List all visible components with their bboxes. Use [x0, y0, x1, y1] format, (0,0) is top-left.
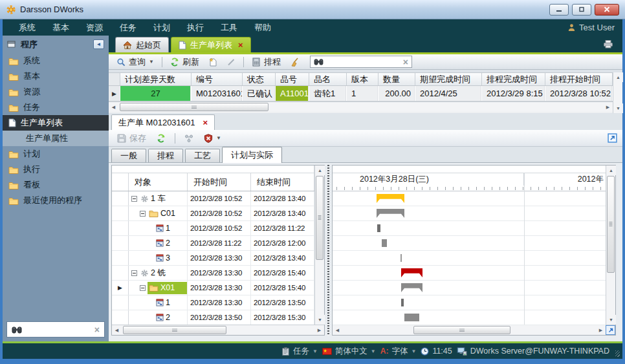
edit-button[interactable]: [223, 57, 239, 67]
gantt-bar-task[interactable]: [404, 314, 419, 321]
column-header-6[interactable]: 数量: [378, 73, 415, 85]
resize-grip[interactable]: [615, 350, 620, 357]
gantt-bar-task[interactable]: [400, 254, 402, 262]
new-button[interactable]: [205, 57, 221, 67]
printer-icon[interactable]: [603, 39, 613, 48]
tree-expander-icon[interactable]: [131, 196, 137, 202]
column-header-2[interactable]: 状态: [243, 73, 276, 85]
scroll-right-icon[interactable]: ▶: [596, 325, 606, 335]
plan-table-row[interactable]: 32012/3/28 13:302012/3/28 13:40: [112, 251, 314, 266]
sidebar-item-6[interactable]: 计划: [3, 146, 109, 162]
refresh-button[interactable]: 刷新: [167, 56, 203, 69]
gantt-bar-summary[interactable]: [401, 268, 422, 277]
gantt-row[interactable]: [333, 191, 606, 206]
gantt-popout-icon[interactable]: [606, 325, 615, 335]
plan-table-row[interactable]: 12012/3/28 13:302012/3/28 13:50: [112, 295, 314, 310]
tab-start-page[interactable]: 起始页: [115, 37, 169, 52]
popout-icon[interactable]: [608, 133, 617, 143]
column-header-8[interactable]: 排程完成时间: [482, 73, 545, 85]
column-header-0[interactable]: 计划差异天数: [120, 73, 192, 85]
sidebar-item-9[interactable]: 最近使用的程序: [3, 193, 109, 208]
menu-item-3[interactable]: 任务: [111, 22, 145, 34]
subtab-3[interactable]: 计划与实际: [222, 147, 282, 163]
plan-column-header-1[interactable]: 开始时间: [188, 173, 251, 191]
gantt-bar-task[interactable]: [377, 224, 380, 232]
scroll-left-icon[interactable]: ◀: [112, 325, 122, 335]
menu-item-4[interactable]: 计划: [145, 22, 179, 34]
plan-column-header-2[interactable]: 结束时间: [251, 173, 314, 191]
plan-table-row[interactable]: C012012/3/28 10:522012/3/28 13:40: [112, 206, 314, 221]
close-button[interactable]: [595, 4, 619, 16]
scroll-right-icon[interactable]: ▶: [314, 325, 324, 335]
sidebar-item-4[interactable]: 生产单列表: [3, 115, 109, 131]
subtab-1[interactable]: 排程: [148, 149, 183, 162]
scroll-up-icon[interactable]: ▲: [613, 72, 623, 82]
plan-table-row[interactable]: 12012/3/28 10:522012/3/28 11:22: [112, 221, 314, 236]
detail-refresh-button[interactable]: [153, 133, 169, 144]
gantt-bar-summary[interactable]: [377, 194, 404, 203]
sidebar-item-8[interactable]: 看板: [3, 177, 109, 193]
save-button[interactable]: 保存: [114, 132, 149, 145]
scroll-left-icon[interactable]: ◀: [109, 102, 118, 112]
plan-vscrollbar[interactable]: ▲ ▼: [314, 166, 324, 325]
gantt-bar-summary[interactable]: [377, 209, 404, 218]
menu-item-0[interactable]: 系统: [10, 22, 44, 34]
gantt-row[interactable]: [333, 266, 606, 281]
detail-tab-close-icon[interactable]: ×: [203, 118, 208, 127]
query-button[interactable]: 查询▼: [113, 56, 157, 69]
detail-tab[interactable]: 生产单 M012031601 ×: [111, 114, 215, 130]
column-header-7[interactable]: 期望完成时间: [415, 73, 482, 85]
menu-item-1[interactable]: 基本: [44, 22, 78, 34]
orders-grid-row[interactable]: ▶ 27 M012031601 已确认 A11001 齿轮1 1 200.00 …: [109, 86, 613, 102]
gantt-row[interactable]: [333, 295, 606, 310]
gantt-row[interactable]: [333, 251, 606, 266]
gantt-row[interactable]: [333, 281, 606, 295]
sidebar-search-input[interactable]: [26, 325, 91, 334]
sidebar-item-3[interactable]: 任务: [3, 100, 109, 115]
sidebar-search-clear-icon[interactable]: ×: [94, 325, 100, 334]
plan-table-row[interactable]: 1 车2012/3/28 10:522012/3/28 13:40: [112, 191, 314, 206]
sidebar-item-2[interactable]: 资源: [3, 84, 109, 100]
sidebar-item-5[interactable]: 生产单属性: [3, 131, 109, 146]
plan-column-header-0[interactable]: 对象: [129, 173, 188, 191]
status-font-selector[interactable]: A: 字体▼: [380, 346, 417, 357]
gantt-row[interactable]: [333, 206, 606, 221]
grid-search-input[interactable]: [327, 58, 400, 67]
plan-hscrollbar[interactable]: ◀ ▶: [112, 325, 324, 335]
tree-expander-icon[interactable]: [140, 285, 146, 291]
gantt-hscrollbar[interactable]: ◀ ▶: [333, 325, 615, 335]
subtab-2[interactable]: 工艺: [185, 149, 220, 162]
splitter[interactable]: [327, 165, 329, 336]
scroll-left-icon[interactable]: ◀: [333, 325, 342, 335]
cancel-confirm-button[interactable]: ▼: [201, 133, 225, 144]
sidebar-item-7[interactable]: 执行: [3, 162, 109, 177]
scroll-up-icon[interactable]: ▲: [606, 166, 616, 175]
restore-button[interactable]: [572, 4, 591, 16]
gantt-row[interactable]: [333, 310, 606, 325]
plan-table-row[interactable]: 22012/3/28 11:222012/3/28 12:00: [112, 236, 314, 251]
plan-table-row[interactable]: ▶X012012/3/28 13:302012/3/28 15:40: [112, 281, 314, 295]
status-task-selector[interactable]: 任务▼: [281, 346, 318, 357]
schedule-button[interactable]: 排程: [248, 56, 284, 69]
scroll-down-icon[interactable]: ▼: [315, 315, 325, 325]
minimize-button[interactable]: [549, 4, 569, 16]
gantt-row[interactable]: [333, 221, 606, 236]
gantt-row[interactable]: [333, 236, 606, 251]
column-header-3[interactable]: 品号: [276, 73, 309, 85]
orders-hscrollbar[interactable]: ◀ ▶: [109, 102, 613, 112]
menu-item-2[interactable]: 资源: [78, 22, 111, 34]
status-language-selector[interactable]: 简体中文▼: [322, 346, 376, 357]
chevron-down-icon[interactable]: ▼: [149, 59, 154, 65]
hierarchy-button[interactable]: [181, 133, 197, 144]
gantt-bar-task[interactable]: [382, 239, 387, 247]
gantt-bar-task[interactable]: [401, 299, 404, 306]
scroll-down-icon[interactable]: ▼: [606, 315, 616, 325]
gantt-bar-summary[interactable]: [401, 283, 422, 292]
plan-table-row[interactable]: 22012/3/28 13:502012/3/28 15:30: [112, 310, 314, 325]
tab-order-list[interactable]: 生产单列表 ×: [171, 37, 251, 52]
column-header-5[interactable]: 版本: [347, 73, 378, 85]
sidebar-item-0[interactable]: 系统: [3, 53, 109, 69]
menu-item-5[interactable]: 执行: [179, 22, 212, 34]
grid-search-clear-icon[interactable]: ×: [403, 58, 408, 67]
menu-item-6[interactable]: 工具: [212, 22, 246, 34]
